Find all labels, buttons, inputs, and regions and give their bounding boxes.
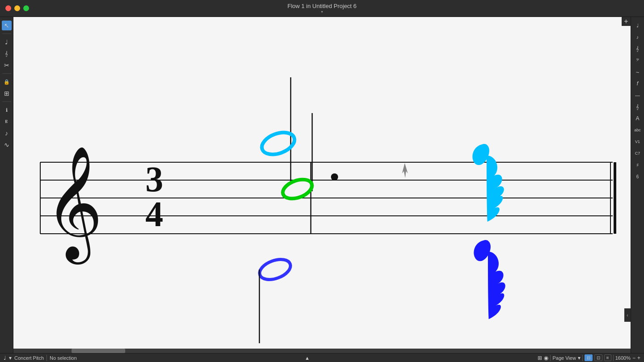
statusbar-right: ⊞ ◉ Page View ▾ ⊟ ⊡ ≡ 1600% − + <box>538 354 640 361</box>
right-panel-collapse[interactable]: ‹ <box>624 308 631 322</box>
info-tool-button[interactable]: ℹ <box>2 105 12 115</box>
grid-status-icon[interactable]: ⊞ <box>538 355 542 361</box>
svg-point-15 <box>280 176 315 202</box>
toolbar-divider-1 <box>2 34 11 34</box>
toolbar-divider-3 <box>2 101 11 102</box>
note-input-button[interactable]: ♩ <box>2 37 12 47</box>
text-right-icon[interactable]: A <box>633 114 643 123</box>
statusbar-left: ♩ ▾ Concert Pitch No selection <box>4 355 77 361</box>
statusbar: ♩ ▾ Concert Pitch No selection ▲ ⊞ ◉ Pag… <box>0 353 644 362</box>
concert-pitch-label[interactable]: Concert Pitch <box>14 355 44 361</box>
notehead-icon[interactable]: ♪ <box>633 32 643 42</box>
six-right-icon[interactable]: 6 <box>633 172 643 181</box>
left-toolbar: ↖ ♩ 𝄞 ✂ 🔒 ⊞ ℹ 𝄡 ♪ ∿ <box>0 17 13 353</box>
score-canvas[interactable]: 𝄞 3 4 <box>13 17 631 353</box>
view-mode-label[interactable]: Page View <box>552 355 576 361</box>
grid-tool-button[interactable]: ⊞ <box>2 88 12 98</box>
v1-right-icon[interactable]: V1 <box>633 137 643 147</box>
lines-right-icon[interactable]: — <box>633 90 643 100</box>
abc-right-icon[interactable]: abc <box>633 125 643 135</box>
dynamics-right-icon[interactable]: f <box>633 79 643 88</box>
score-area: 𝄞 3 4 <box>13 17 631 353</box>
status-divider-2 <box>550 355 551 361</box>
minimize-button[interactable] <box>14 5 20 11</box>
status-divider-4 <box>613 355 614 361</box>
galley-view-button[interactable]: ⊡ <box>594 354 602 361</box>
status-divider-3 <box>582 355 583 361</box>
lock-tool-button[interactable]: 🔒 <box>2 77 12 87</box>
properties-icon[interactable]: ♩ <box>633 21 643 30</box>
add-button[interactable]: + <box>622 17 631 26</box>
rhythm-icon[interactable]: 𝄢 <box>633 55 643 65</box>
sharp-right-icon[interactable]: ♯ <box>633 160 643 170</box>
concert-pitch-chevron[interactable]: ▾ <box>9 355 12 361</box>
toolbar-divider-2 <box>2 73 11 74</box>
svg-text:3: 3 <box>145 160 163 199</box>
svg-point-16 <box>331 173 338 181</box>
c7-right-icon[interactable]: C7 <box>633 148 643 158</box>
zoom-out-icon[interactable]: − <box>632 355 636 361</box>
zoom-in-icon[interactable]: + <box>637 355 640 361</box>
scrollbar-thumb[interactable] <box>72 349 125 353</box>
close-button[interactable] <box>5 5 11 11</box>
status-divider-1 <box>47 355 47 361</box>
selection-status: No selection <box>50 355 77 361</box>
traffic-lights[interactable] <box>5 5 29 11</box>
svg-text:𝄞: 𝄞 <box>45 147 103 265</box>
select-tool-button[interactable]: ↖ <box>2 21 12 30</box>
articulation-right-icon[interactable]: ~ <box>633 67 643 77</box>
svg-text:4: 4 <box>145 194 163 234</box>
lyric-tool-button[interactable]: 𝄡 <box>2 117 12 126</box>
horizontal-scrollbar[interactable] <box>13 349 631 353</box>
title-chevron-icon[interactable]: ▾ <box>321 10 323 14</box>
maximize-button[interactable] <box>23 5 29 11</box>
score-svg: 𝄞 3 4 <box>13 17 631 353</box>
clef-right-icon[interactable]: 𝄞 <box>633 102 643 112</box>
cut-tool-button[interactable]: ✂ <box>2 60 12 70</box>
statusbar-center-icon[interactable]: ▲ <box>305 355 310 361</box>
wave-tool-button[interactable]: ∿ <box>2 140 12 150</box>
scroll-view-button[interactable]: ≡ <box>604 354 611 361</box>
right-toolbar: ♩ ♪ 𝄞 𝄢 ~ f — 𝄞 A abc V1 C7 ♯ 6 <box>631 17 644 353</box>
chord-tool-button[interactable]: 𝄞 <box>2 49 12 59</box>
window-title: Flow 1 in Untitled Project 6 ▾ <box>288 3 357 14</box>
svg-marker-19 <box>402 163 408 178</box>
svg-point-17 <box>257 256 293 283</box>
zoom-level: 1600% <box>615 355 631 361</box>
midi-icon[interactable]: ♩ <box>4 355 6 361</box>
notes-tool-button[interactable]: ♪ <box>2 128 12 138</box>
svg-point-14 <box>259 128 297 158</box>
titlebar: Flow 1 in Untitled Project 6 ▾ <box>0 0 644 17</box>
view-chevron-icon[interactable]: ▾ <box>578 355 580 361</box>
speaker-status-icon[interactable]: ◉ <box>544 355 548 361</box>
voice-icon[interactable]: 𝄞 <box>633 44 643 54</box>
page-view-button[interactable]: ⊟ <box>585 354 593 361</box>
